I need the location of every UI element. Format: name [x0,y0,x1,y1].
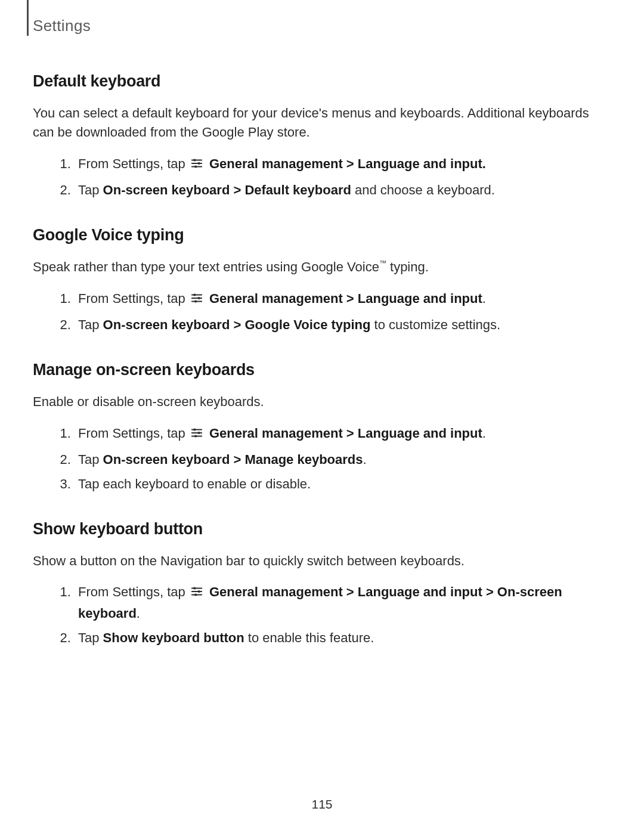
heading-manage-keyboards: Manage on-screen keyboards [33,361,611,379]
step-text: to enable this feature. [244,630,374,645]
svg-point-5 [194,165,197,168]
intro-show-keyboard-button: Show a button on the Navigation bar to q… [33,552,611,571]
intro-default-keyboard: You can select a default keyboard for yo… [33,104,611,142]
intro-text: typing. [386,259,429,274]
section-google-voice: Google Voice typing Speak rather than ty… [33,226,611,335]
svg-point-4 [197,162,200,165]
heading-show-keyboard-button: Show keyboard button [33,520,611,538]
step-bold: General management > Language and input [209,291,482,306]
step-bold: General management > Language and input. [209,156,486,171]
steps-show-keyboard-button: From Settings, tap General management > … [33,582,611,648]
svg-point-17 [194,435,197,437]
step-item: From Settings, tap General management > … [75,154,611,175]
step-text: . [363,452,367,467]
svg-point-9 [193,293,196,296]
step-text: . [482,291,486,306]
steps-google-voice: From Settings, tap General management > … [33,289,611,335]
step-text: Tap [78,317,103,332]
svg-point-23 [194,594,197,596]
step-bold: On-screen keyboard > Manage keyboards [103,452,363,467]
step-text: Tap each keyboard to enable or disable. [78,476,311,491]
intro-manage-keyboards: Enable or disable on-screen keyboards. [33,392,611,411]
step-text: . [482,426,486,441]
section-manage-keyboards: Manage on-screen keyboards Enable or dis… [33,361,611,494]
heading-default-keyboard: Default keyboard [33,72,611,91]
step-text: to customize settings. [370,317,500,332]
step-item: Tap each keyboard to enable or disable. [75,474,611,494]
section-default-keyboard: Default keyboard You can select a defaul… [33,72,611,200]
step-bold: General management > Language and input [209,426,482,441]
svg-point-15 [193,428,196,431]
svg-point-16 [197,431,200,433]
step-text: Tap [78,182,103,197]
svg-point-22 [197,590,200,593]
page-number: 115 [0,797,644,812]
step-text: From Settings, tap [78,291,189,306]
page-header-label: Settings [33,17,611,35]
steps-default-keyboard: From Settings, tap General management > … [33,154,611,200]
svg-point-11 [194,300,197,302]
step-text: Tap [78,630,103,645]
step-text: and choose a keyboard. [351,182,495,197]
steps-manage-keyboards: From Settings, tap General management > … [33,423,611,494]
step-text: From Settings, tap [78,426,189,441]
step-item: Tap Show keyboard button to enable this … [75,628,611,648]
step-item: Tap On-screen keyboard > Manage keyboard… [75,450,611,469]
sliders-icon [190,290,203,310]
intro-google-voice: Speak rather than type your text entries… [33,258,611,277]
step-text: Tap [78,452,103,467]
sliders-icon [190,156,203,175]
step-item: Tap On-screen keyboard > Default keyboar… [75,180,611,200]
step-bold: Show keyboard button [103,630,244,645]
step-text: From Settings, tap [78,584,189,599]
step-bold: On-screen keyboard > Google Voice typing [103,317,371,332]
intro-text: Speak rather than type your text entries… [33,259,379,274]
step-item: From Settings, tap General management > … [75,582,611,623]
trademark-symbol: ™ [379,259,386,267]
section-show-keyboard-button: Show keyboard button Show a button on th… [33,520,611,648]
step-item: From Settings, tap General management > … [75,423,611,445]
step-text: From Settings, tap [78,156,189,171]
svg-point-21 [193,587,196,590]
header-left-rule [27,0,29,36]
step-text: . [137,606,140,621]
step-item: Tap On-screen keyboard > Google Voice ty… [75,315,611,335]
step-item: From Settings, tap General management > … [75,289,611,310]
heading-google-voice: Google Voice typing [33,226,611,244]
sliders-icon [190,425,203,445]
step-bold: On-screen keyboard > Default keyboard [103,182,351,197]
svg-point-10 [197,297,200,299]
svg-point-3 [193,159,196,161]
sliders-icon [190,584,203,603]
